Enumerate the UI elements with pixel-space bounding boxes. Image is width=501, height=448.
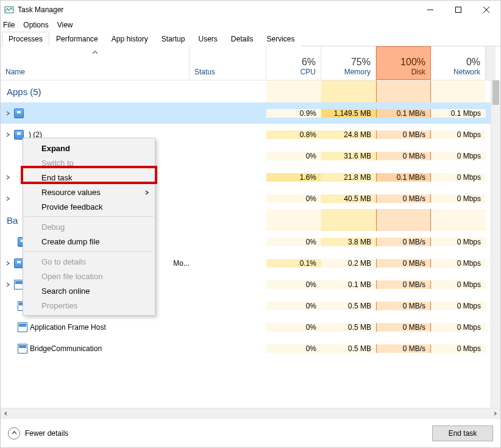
ctx-properties: Properties [23,298,155,313]
cell-net: 0 Mbps [431,238,486,246]
cell-mem: 0.5 MB [321,302,376,310]
cell-cpu: 0% [266,152,321,160]
process-name: Application Frame Host [30,323,106,332]
ctx-separator [24,251,154,252]
cell-disk: 0.1 MB/s [376,109,431,118]
cell-cpu: 1.6% [266,173,321,182]
ctx-search-online[interactable]: Search online [23,283,155,298]
menubar: File Options View [1,19,500,31]
col-header-network[interactable]: 0% Network [431,46,486,80]
menu-options[interactable]: Options [23,21,48,29]
col-header-memory[interactable]: 75% Memory [321,46,376,80]
process-row[interactable]: Application Frame Host 0% 0.5 MB 0 MB/s … [1,316,500,338]
ctx-create-dump[interactable]: Create dump file [23,234,155,249]
cell-mem: 3.8 MB [321,238,376,246]
cell-mem: 40.5 MB [321,194,376,203]
cell-disk: 0 MB/s [376,302,431,310]
tab-processes[interactable]: Processes [2,32,49,46]
cpu-total-pct: 6% [302,57,316,68]
process-row[interactable]: 0.9% 1,149.5 MB 0.1 MB/s 0.1 Mbps [1,102,500,124]
horizontal-scrollbar[interactable] [1,408,500,418]
cell-mem: 0.5 MB [321,344,376,353]
col-header-status[interactable]: Status [190,46,266,80]
scrollbar-thumb[interactable] [492,80,499,105]
scroll-gutter [486,46,496,80]
chevron-right-icon[interactable] [4,260,12,267]
tab-details[interactable]: Details [224,32,260,46]
group-background-label: Ba [7,215,18,226]
footer: Fewer details End task [1,418,500,447]
group-apps-count: (5) [30,87,41,97]
cell-net: 0 Mbps [431,344,486,353]
tab-services[interactable]: Services [260,32,302,46]
chevron-right-icon[interactable] [4,174,12,181]
process-row[interactable]: BridgeCommunication 0% 0.5 MB 0 MB/s 0 M… [1,338,500,359]
window-title: Task Manager [18,5,63,14]
sort-chevron-up-icon [92,48,98,56]
process-name: BridgeCommunication [30,344,102,353]
end-task-button[interactable]: End task [432,425,493,441]
chevron-right-icon[interactable] [4,131,12,138]
cell-net: 0 Mbps [431,194,486,203]
process-suffix: Mo... [173,259,190,268]
cell-net: 0 Mbps [431,130,486,139]
cell-cpu: 0% [266,280,321,289]
fewer-details-toggle[interactable]: Fewer details [8,427,68,439]
end-task-label: End task [449,429,477,438]
ctx-provide-feedback[interactable]: Provide feedback [23,199,155,214]
cell-cpu: 0.8% [266,130,321,139]
col-header-disk[interactable]: 100% Disk [376,46,431,80]
chevron-right-icon[interactable] [4,281,12,288]
ctx-resource-values-label: Resource values [41,188,101,197]
chevron-right-icon[interactable] [4,110,12,117]
vertical-scrollbar[interactable] [491,80,500,408]
svg-rect-2 [456,7,461,13]
ctx-end-task[interactable]: End task [23,170,155,185]
col-header-cpu[interactable]: 6% CPU [266,46,321,80]
app-icon [4,5,14,15]
net-total-pct: 0% [466,57,480,68]
tabstrip: Processes Performance App history Startu… [1,31,500,46]
task-manager-window: Task Manager File Options View Processes… [0,0,501,448]
process-icon [18,344,27,354]
cell-mem: 0.5 MB [321,323,376,332]
ctx-debug: Debug [23,219,155,234]
cell-mem: 21.8 MB [321,173,376,182]
ctx-open-file-location: Open file location [23,269,155,283]
minimize-button[interactable] [416,1,444,19]
group-apps-label: Apps [7,87,27,97]
col-header-name[interactable]: Name [1,46,190,80]
cell-mem: 1,149.5 MB [321,109,376,118]
process-icon [18,322,27,332]
cell-cpu: 0.9% [266,109,321,118]
cell-net: 0.1 Mbps [431,109,486,118]
cell-net: 0 Mbps [431,302,486,310]
tab-app-history[interactable]: App history [105,32,155,46]
cell-cpu: 0% [266,344,321,353]
cell-cpu: 0% [266,194,321,203]
close-button[interactable] [472,1,500,19]
column-header-row: Name Status 6% CPU 75% Memory 100% Disk … [1,46,500,80]
group-header-apps-row: Apps (5) [1,80,500,102]
chevron-up-circle-icon [8,427,20,439]
cell-cpu: 0% [266,302,321,310]
menu-view[interactable]: View [57,21,73,29]
maximize-button[interactable] [444,1,472,19]
cell-mem: 0.1 MB [321,280,376,289]
menu-file[interactable]: File [3,21,15,29]
tab-performance[interactable]: Performance [49,32,105,46]
tab-startup[interactable]: Startup [155,32,192,46]
ctx-resource-values[interactable]: Resource values [23,185,155,199]
cell-disk: 0 MB/s [376,194,431,203]
scroll-left-button[interactable] [1,408,11,419]
cell-disk: 0 MB/s [376,130,431,139]
chevron-right-icon[interactable] [4,195,12,202]
tab-users[interactable]: Users [191,32,224,46]
cell-net: 0 Mbps [431,323,486,332]
scroll-right-button[interactable] [490,408,500,419]
ctx-expand[interactable]: Expand [23,141,155,155]
cell-net: 0 Mbps [431,152,486,160]
mem-label: Memory [344,68,371,76]
context-menu: Expand Switch to End task Resource value… [23,138,155,316]
cell-disk: 0 MB/s [376,238,431,246]
